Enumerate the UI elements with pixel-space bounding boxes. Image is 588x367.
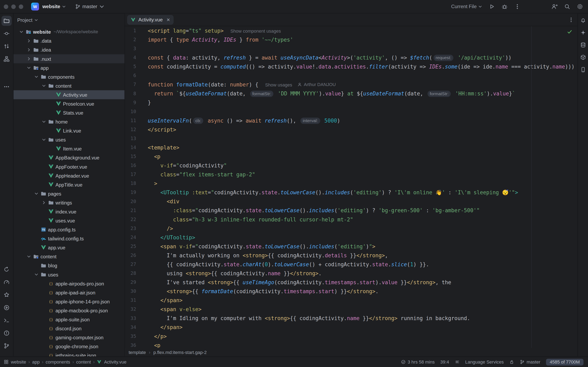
line-number[interactable]: 22 xyxy=(125,215,142,224)
code-line[interactable]: 20 <div xyxy=(125,197,578,206)
status-path-item[interactable]: content xyxy=(76,359,91,365)
tree-row-appheader-vue[interactable]: AppHeader.vue xyxy=(13,171,125,180)
line-number[interactable]: 8 xyxy=(125,89,142,98)
code-line[interactable]: 4const { data: activity, refresh } = awa… xyxy=(125,53,578,62)
project-panel-header[interactable]: Project xyxy=(13,13,125,26)
run-configuration-selector[interactable]: Current File xyxy=(451,4,482,9)
chevron-down-icon[interactable] xyxy=(33,272,39,277)
code-line[interactable]: 24 </UTooltip> xyxy=(125,233,578,242)
code-line[interactable]: 26 I'm actually working on <strong>{{ co… xyxy=(125,251,578,260)
code-line[interactable]: 16 v-if="codingActivity" xyxy=(125,161,578,170)
line-number[interactable]: 34 xyxy=(125,323,142,332)
tree-row-apple-ipad-air-json[interactable]: {}apple-ipad-air.json xyxy=(13,288,125,297)
line-number[interactable]: 35 xyxy=(125,332,142,341)
tree-row-website[interactable]: website~/Workspace/website xyxy=(13,27,125,36)
tree-row-content[interactable]: content xyxy=(13,81,125,90)
code-line[interactable]: 11useIntervalFn(cb: async () => await re… xyxy=(125,116,578,125)
code-line[interactable]: 29 I've started <strong>{{ useTimeAgo(co… xyxy=(125,278,578,287)
line-number[interactable]: 10 xyxy=(125,107,142,116)
window-close-button[interactable] xyxy=(4,4,8,9)
close-tab-icon[interactable]: ✕ xyxy=(166,17,170,22)
status-path-item[interactable]: components xyxy=(46,359,70,365)
line-number[interactable]: 33 xyxy=(125,314,142,323)
tree-row--nuxt[interactable]: .nuxt xyxy=(13,54,125,63)
pull-requests-tool-icon[interactable] xyxy=(1,41,12,51)
code-line[interactable]: 36 <p xyxy=(125,341,578,348)
line-number[interactable]: 17 xyxy=(125,170,142,179)
line-number[interactable]: 29 xyxy=(125,278,142,287)
tree-row-stats-vue[interactable]: Stats.vue xyxy=(13,108,125,117)
more-actions-button[interactable] xyxy=(514,3,520,10)
chevron-down-icon[interactable] xyxy=(26,254,32,259)
project-selector[interactable]: website xyxy=(43,4,66,9)
time-tracked-widget[interactable]: 3 hrs 58 mins xyxy=(401,359,435,365)
settings-button[interactable] xyxy=(577,3,583,10)
tree-row-apple-suite-json[interactable]: {}apple-suite.json xyxy=(13,315,125,324)
line-number[interactable]: 5 xyxy=(125,62,142,71)
formatting-widget-icon[interactable] xyxy=(455,359,459,364)
line-number[interactable]: 16 xyxy=(125,161,142,170)
tree-row-jetbrains-suite-json[interactable]: {}jetbrains-suite.json xyxy=(13,351,125,357)
tree-row-gaming-computer-json[interactable]: {}gaming-computer.json xyxy=(13,333,125,342)
code-line[interactable]: 33 I'm Idling on my computer with <stron… xyxy=(125,314,578,323)
problems-tool-icon[interactable] xyxy=(1,328,12,338)
code-line[interactable]: 9} xyxy=(125,98,578,107)
tree-row-home[interactable]: home xyxy=(13,117,125,126)
tree-row-content[interactable]: content xyxy=(13,252,125,261)
line-number[interactable]: 6 xyxy=(125,71,142,80)
breadcrumb-template[interactable]: template xyxy=(129,350,146,355)
device-preview-icon[interactable] xyxy=(579,65,587,74)
tree-row-appfooter-vue[interactable]: AppFooter.vue xyxy=(13,162,125,171)
code-line[interactable]: 18 > xyxy=(125,179,578,188)
tree-row-apple-airpods-pro-json[interactable]: {}apple-airpods-pro.json xyxy=(13,279,125,288)
tree-row-index-vue[interactable]: index.vue xyxy=(13,207,125,216)
profiler-tool-icon[interactable] xyxy=(1,277,12,287)
window-minimize-button[interactable] xyxy=(11,4,16,9)
tree-row-google-chrome-json[interactable]: {}google-chrome.json xyxy=(13,342,125,351)
code-editor[interactable]: 1<script lang="ts" setup>Show component … xyxy=(125,26,578,348)
status-path-item[interactable]: website xyxy=(11,359,26,365)
line-number[interactable]: 28 xyxy=(125,269,142,278)
line-number[interactable]: 9 xyxy=(125,98,142,107)
run-dashboard-tool-icon[interactable] xyxy=(1,303,12,313)
status-path-item[interactable]: app xyxy=(32,359,40,365)
line-number[interactable]: 36 xyxy=(125,341,142,348)
line-number[interactable]: 1 xyxy=(125,26,142,35)
tree-row-uses-vue[interactable]: uses.vue xyxy=(13,216,125,225)
breadcrumb-element[interactable]: p.flex.md:items-start.gap-2 xyxy=(153,350,207,355)
chevron-down-icon[interactable] xyxy=(18,30,24,34)
line-number[interactable]: 21 xyxy=(125,206,142,215)
line-number[interactable]: 25 xyxy=(125,242,142,251)
tree-row-components[interactable]: components xyxy=(13,72,125,81)
memory-indicator[interactable]: 4585 of 7700M xyxy=(546,359,584,365)
line-number[interactable]: 20 xyxy=(125,197,142,206)
line-number[interactable]: 32 xyxy=(125,305,142,314)
window-zoom-button[interactable] xyxy=(19,4,23,9)
code-line[interactable]: 17 class="flex items-start gap-2" xyxy=(125,170,578,179)
code-line[interactable]: 15 <p xyxy=(125,152,578,161)
chevron-right-icon[interactable] xyxy=(26,48,32,52)
debug-button[interactable] xyxy=(502,3,508,10)
search-everywhere-button[interactable] xyxy=(564,3,570,10)
code-line[interactable]: 23 /> xyxy=(125,224,578,233)
tree-row-app[interactable]: app xyxy=(13,63,125,72)
notifications-icon[interactable] xyxy=(579,16,587,25)
code-line[interactable]: 10 xyxy=(125,107,578,116)
code-line[interactable]: 34 </span> xyxy=(125,323,578,332)
status-path-item[interactable]: Activity.vue xyxy=(104,359,127,365)
code-line[interactable]: 3 xyxy=(125,44,578,53)
chevron-down-icon[interactable] xyxy=(40,83,47,88)
branch-selector[interactable]: master xyxy=(75,4,105,9)
line-number[interactable]: 11 xyxy=(125,116,142,125)
services-tool-icon[interactable] xyxy=(1,290,12,300)
line-number[interactable]: 14 xyxy=(125,143,142,152)
tree-row-apple-iphone-14-pro-json[interactable]: {}apple-iphone-14-pro.json xyxy=(13,297,125,306)
line-number[interactable]: 31 xyxy=(125,296,142,305)
git-branch-widget[interactable]: master xyxy=(520,359,540,365)
line-number[interactable]: 12 xyxy=(125,125,142,134)
code-line[interactable]: 6 xyxy=(125,71,578,80)
tree-row-pages[interactable]: pages xyxy=(13,189,125,198)
database-icon[interactable] xyxy=(579,40,587,49)
chevron-right-icon[interactable] xyxy=(40,200,47,205)
line-number[interactable]: 18 xyxy=(125,179,142,188)
